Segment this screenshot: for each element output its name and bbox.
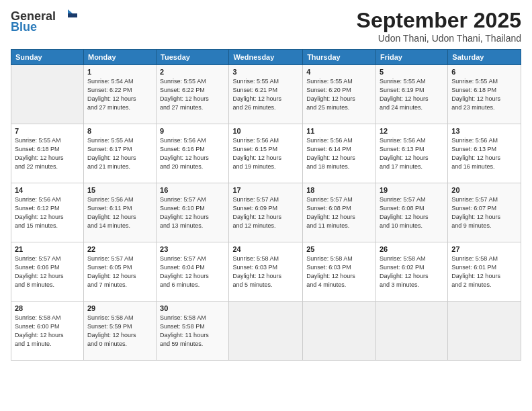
calendar-cell: 5Sunrise: 5:55 AM Sunset: 6:19 PM Daylig… (375, 65, 447, 124)
calendar-week-4: 21Sunrise: 5:57 AM Sunset: 6:06 PM Dayli… (11, 242, 521, 302)
calendar-cell: 20Sunrise: 5:57 AM Sunset: 6:07 PM Dayli… (448, 183, 521, 242)
calendar-week-1: 1Sunrise: 5:54 AM Sunset: 6:22 PM Daylig… (11, 65, 521, 124)
calendar-cell: 30Sunrise: 5:58 AM Sunset: 5:58 PM Dayli… (157, 302, 229, 361)
calendar-cell: 27Sunrise: 5:58 AM Sunset: 6:01 PM Dayli… (448, 242, 521, 302)
day-info: Sunrise: 5:57 AM Sunset: 6:06 PM Dayligh… (15, 255, 80, 289)
day-info: Sunrise: 5:58 AM Sunset: 6:02 PM Dayligh… (380, 255, 444, 289)
calendar-cell (229, 302, 303, 361)
calendar-cell: 8Sunrise: 5:55 AM Sunset: 6:17 PM Daylig… (83, 124, 156, 183)
logo-blue: Blue (11, 20, 37, 34)
logo: General Blue (11, 8, 77, 34)
day-info: Sunrise: 5:58 AM Sunset: 6:03 PM Dayligh… (306, 255, 372, 289)
day-number: 29 (87, 304, 152, 312)
calendar-cell: 19Sunrise: 5:57 AM Sunset: 6:08 PM Dayli… (375, 183, 447, 242)
day-number: 16 (160, 186, 225, 194)
col-monday: Monday (83, 50, 156, 65)
calendar-cell: 10Sunrise: 5:56 AM Sunset: 6:15 PM Dayli… (229, 124, 303, 183)
calendar-cell: 25Sunrise: 5:58 AM Sunset: 6:03 PM Dayli… (303, 242, 376, 302)
day-info: Sunrise: 5:55 AM Sunset: 6:19 PM Dayligh… (380, 77, 444, 112)
calendar-cell: 13Sunrise: 5:56 AM Sunset: 6:13 PM Dayli… (448, 124, 521, 183)
day-info: Sunrise: 5:55 AM Sunset: 6:18 PM Dayligh… (451, 77, 517, 112)
calendar-cell: 15Sunrise: 5:56 AM Sunset: 6:11 PM Dayli… (83, 183, 156, 242)
day-number: 8 (87, 127, 152, 135)
day-number: 5 (380, 68, 444, 76)
day-number: 26 (380, 245, 444, 253)
calendar-week-3: 14Sunrise: 5:56 AM Sunset: 6:12 PM Dayli… (11, 183, 521, 242)
calendar-cell: 3Sunrise: 5:55 AM Sunset: 6:21 PM Daylig… (229, 65, 303, 124)
day-info: Sunrise: 5:54 AM Sunset: 6:22 PM Dayligh… (87, 77, 152, 112)
day-info: Sunrise: 5:58 AM Sunset: 5:58 PM Dayligh… (160, 314, 225, 349)
calendar-cell: 29Sunrise: 5:58 AM Sunset: 5:59 PM Dayli… (83, 302, 156, 361)
calendar-week-2: 7Sunrise: 5:55 AM Sunset: 6:18 PM Daylig… (11, 124, 521, 183)
day-number: 23 (160, 245, 225, 253)
day-number: 17 (232, 186, 299, 194)
col-friday: Friday (375, 50, 447, 65)
day-number: 28 (15, 304, 80, 312)
day-number: 9 (160, 127, 225, 135)
day-number: 15 (87, 186, 152, 194)
calendar-cell: 2Sunrise: 5:55 AM Sunset: 6:22 PM Daylig… (157, 65, 229, 124)
day-number: 1 (87, 68, 152, 76)
calendar-cell: 21Sunrise: 5:57 AM Sunset: 6:06 PM Dayli… (11, 242, 84, 302)
calendar-cell: 26Sunrise: 5:58 AM Sunset: 6:02 PM Dayli… (375, 242, 447, 302)
col-tuesday: Tuesday (157, 50, 229, 65)
day-info: Sunrise: 5:57 AM Sunset: 6:08 PM Dayligh… (380, 195, 444, 230)
day-info: Sunrise: 5:57 AM Sunset: 6:04 PM Dayligh… (160, 255, 225, 289)
day-info: Sunrise: 5:56 AM Sunset: 6:11 PM Dayligh… (87, 195, 152, 230)
page: General Blue September 2025 Udon Thani, … (0, 0, 532, 411)
calendar-cell: 9Sunrise: 5:56 AM Sunset: 6:16 PM Daylig… (157, 124, 229, 183)
day-number: 13 (451, 127, 517, 135)
day-info: Sunrise: 5:56 AM Sunset: 6:13 PM Dayligh… (451, 136, 517, 171)
day-number: 10 (232, 127, 299, 135)
day-number: 18 (306, 186, 372, 194)
month-title: September 2025 (357, 8, 521, 33)
calendar-cell: 24Sunrise: 5:58 AM Sunset: 6:03 PM Dayli… (229, 242, 303, 302)
day-number: 30 (160, 304, 225, 312)
calendar-cell: 14Sunrise: 5:56 AM Sunset: 6:12 PM Dayli… (11, 183, 84, 242)
day-info: Sunrise: 5:55 AM Sunset: 6:18 PM Dayligh… (15, 136, 80, 171)
calendar-body: 1Sunrise: 5:54 AM Sunset: 6:22 PM Daylig… (11, 65, 521, 361)
col-sunday: Sunday (11, 50, 84, 65)
day-number: 2 (160, 68, 225, 76)
day-number: 22 (87, 245, 152, 253)
day-info: Sunrise: 5:57 AM Sunset: 6:10 PM Dayligh… (160, 195, 225, 230)
calendar-header: Sunday Monday Tuesday Wednesday Thursday… (11, 50, 521, 65)
day-number: 4 (306, 68, 372, 76)
day-number: 25 (306, 245, 372, 253)
calendar-cell: 7Sunrise: 5:55 AM Sunset: 6:18 PM Daylig… (11, 124, 84, 183)
svg-marker-1 (68, 13, 77, 17)
day-number: 14 (15, 186, 80, 194)
day-info: Sunrise: 5:55 AM Sunset: 6:21 PM Dayligh… (232, 77, 299, 112)
calendar-cell: 17Sunrise: 5:57 AM Sunset: 6:09 PM Dayli… (229, 183, 303, 242)
day-info: Sunrise: 5:56 AM Sunset: 6:15 PM Dayligh… (232, 136, 299, 171)
day-number: 6 (451, 68, 517, 76)
day-info: Sunrise: 5:58 AM Sunset: 6:00 PM Dayligh… (15, 314, 80, 349)
day-info: Sunrise: 5:58 AM Sunset: 6:03 PM Dayligh… (232, 255, 299, 289)
title-block: September 2025 Udon Thani, Udon Thani, T… (357, 8, 521, 44)
calendar-cell: 12Sunrise: 5:56 AM Sunset: 6:13 PM Dayli… (375, 124, 447, 183)
day-number: 24 (232, 245, 299, 253)
day-info: Sunrise: 5:57 AM Sunset: 6:08 PM Dayligh… (306, 195, 372, 230)
day-info: Sunrise: 5:56 AM Sunset: 6:12 PM Dayligh… (15, 195, 80, 230)
header: General Blue September 2025 Udon Thani, … (11, 8, 521, 44)
calendar-cell (448, 302, 521, 361)
location-subtitle: Udon Thani, Udon Thani, Thailand (357, 33, 521, 44)
day-info: Sunrise: 5:57 AM Sunset: 6:07 PM Dayligh… (451, 195, 517, 230)
day-number: 3 (232, 68, 299, 76)
calendar-cell: 1Sunrise: 5:54 AM Sunset: 6:22 PM Daylig… (83, 65, 156, 124)
calendar-cell: 22Sunrise: 5:57 AM Sunset: 6:05 PM Dayli… (83, 242, 156, 302)
calendar-cell: 28Sunrise: 5:58 AM Sunset: 6:00 PM Dayli… (11, 302, 84, 361)
calendar-table: Sunday Monday Tuesday Wednesday Thursday… (11, 49, 521, 361)
day-number: 21 (15, 245, 80, 253)
calendar-cell (11, 65, 84, 124)
day-info: Sunrise: 5:56 AM Sunset: 6:13 PM Dayligh… (380, 136, 444, 171)
day-number: 12 (380, 127, 444, 135)
logo-icon (56, 8, 77, 24)
calendar-cell: 11Sunrise: 5:56 AM Sunset: 6:14 PM Dayli… (303, 124, 376, 183)
day-info: Sunrise: 5:57 AM Sunset: 6:05 PM Dayligh… (87, 255, 152, 289)
day-number: 7 (15, 127, 80, 135)
day-number: 27 (451, 245, 517, 253)
calendar-cell: 16Sunrise: 5:57 AM Sunset: 6:10 PM Dayli… (157, 183, 229, 242)
calendar-cell (375, 302, 447, 361)
day-info: Sunrise: 5:56 AM Sunset: 6:16 PM Dayligh… (160, 136, 225, 171)
